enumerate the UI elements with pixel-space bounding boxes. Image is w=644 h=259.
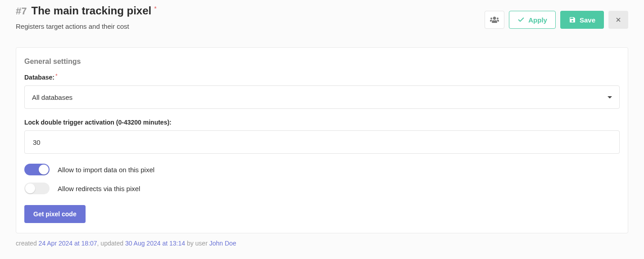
database-value: All databases — [32, 94, 73, 101]
created-label: created — [16, 240, 37, 247]
save-label: Save — [580, 16, 595, 24]
panel-title: General settings — [24, 58, 620, 66]
record-id: #7 — [16, 5, 27, 17]
user-link[interactable]: John Doe — [209, 240, 236, 247]
footer-meta: created 24 Apr 2024 at 18:07, updated 30… — [16, 240, 628, 247]
close-button[interactable] — [608, 11, 628, 29]
apply-label: Apply — [528, 16, 547, 24]
required-star-icon: * — [154, 5, 156, 12]
apply-button[interactable]: Apply — [509, 11, 556, 29]
lock-label: Lock double trigger activation (0-43200 … — [24, 119, 620, 126]
users-icon — [490, 16, 499, 23]
check-icon — [517, 16, 525, 23]
close-icon — [615, 17, 621, 23]
save-button[interactable]: Save — [560, 11, 604, 29]
lock-input-wrapper — [24, 130, 620, 154]
by-user-label: by user — [187, 240, 208, 247]
save-icon — [569, 16, 576, 23]
page-subtitle: Registers target actions and their cost — [16, 22, 159, 30]
caret-down-icon — [608, 96, 612, 98]
get-pixel-code-button[interactable]: Get pixel code — [24, 205, 86, 223]
toggle-import-label: Allow to import data on this pixel — [58, 166, 154, 174]
toggle-redirect[interactable] — [24, 183, 50, 194]
updated-at[interactable]: 30 Aug 2024 at 13:14 — [125, 240, 185, 247]
updated-label: , updated — [97, 240, 123, 247]
toggle-redirect-label: Allow redirects via this pixel — [58, 185, 140, 192]
database-select[interactable]: All databases — [24, 85, 620, 109]
toggle-import[interactable] — [24, 164, 50, 175]
lock-input[interactable] — [32, 138, 612, 147]
created-at[interactable]: 24 Apr 2024 at 18:07 — [39, 240, 97, 247]
users-button[interactable] — [485, 11, 504, 29]
database-label: Database:* — [24, 74, 620, 81]
page-title: The main tracking pixel — [31, 4, 151, 17]
general-settings-panel: General settings Database:* All database… — [16, 47, 628, 233]
